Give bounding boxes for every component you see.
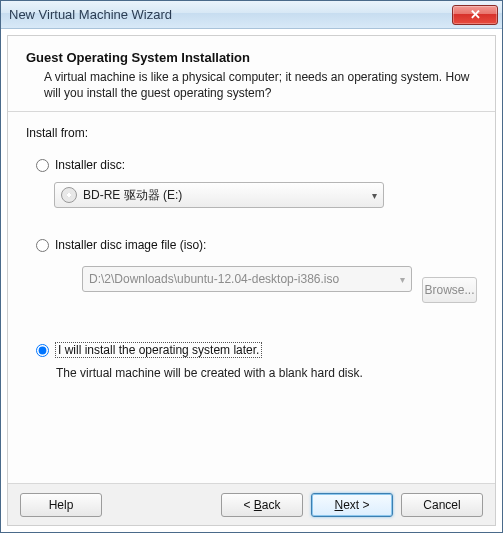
back-button[interactable]: < Back (221, 493, 303, 517)
radio-install-later-label: I will install the operating system late… (55, 342, 262, 358)
cd-icon (61, 187, 77, 203)
wizard-body: Install from: Installer disc: BD-RE 驱动器 … (8, 112, 495, 483)
browse-button: Browse... (422, 277, 477, 303)
installer-disc-combo[interactable]: BD-RE 驱动器 (E:) ▾ (54, 182, 384, 208)
chevron-down-icon: ▾ (372, 190, 377, 201)
radio-iso-label: Installer disc image file (iso): (55, 238, 206, 252)
cancel-button[interactable]: Cancel (401, 493, 483, 517)
radio-iso[interactable]: Installer disc image file (iso): (26, 234, 477, 258)
iso-path-value: D:\2\Downloads\ubuntu-12.04-desktop-i386… (89, 272, 339, 286)
wizard-footer: Help < Back Next > Cancel (8, 483, 495, 525)
radio-install-later[interactable]: I will install the operating system late… (26, 338, 477, 364)
radio-installer-disc-label: Installer disc: (55, 158, 125, 172)
wizard-window: New Virtual Machine Wizard ✕ Guest Opera… (0, 0, 503, 533)
installer-disc-value: BD-RE 驱动器 (E:) (83, 187, 182, 204)
install-later-desc: The virtual machine will be created with… (26, 364, 477, 380)
header-desc: A virtual machine is like a physical com… (26, 69, 477, 101)
close-button[interactable]: ✕ (452, 5, 498, 25)
radio-install-later-input[interactable] (36, 344, 49, 357)
install-from-label: Install from: (26, 126, 477, 140)
radio-installer-disc-input[interactable] (36, 159, 49, 172)
help-button[interactable]: Help (20, 493, 102, 517)
window-title: New Virtual Machine Wizard (9, 7, 452, 22)
chevron-down-icon: ▾ (400, 274, 405, 285)
titlebar: New Virtual Machine Wizard ✕ (1, 1, 502, 29)
content-frame: Guest Operating System Installation A vi… (7, 35, 496, 526)
next-button[interactable]: Next > (311, 493, 393, 517)
iso-path-combo: D:\2\Downloads\ubuntu-12.04-desktop-i386… (82, 266, 412, 292)
close-icon: ✕ (470, 7, 481, 22)
header-title: Guest Operating System Installation (26, 50, 477, 65)
iso-row: D:\2\Downloads\ubuntu-12.04-desktop-i386… (54, 262, 477, 318)
wizard-header: Guest Operating System Installation A vi… (8, 36, 495, 112)
radio-installer-disc[interactable]: Installer disc: (26, 154, 477, 178)
radio-iso-input[interactable] (36, 239, 49, 252)
